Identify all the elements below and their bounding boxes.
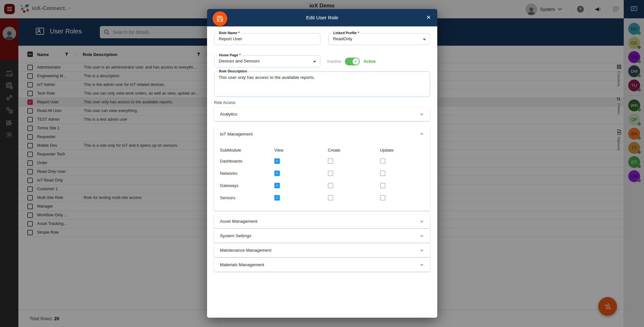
chevron-down-icon <box>419 219 424 224</box>
active-toggle[interactable]: ✓ <box>345 58 360 65</box>
role-access-sections: AnalyticsIoT ManagementSubModuleViewCrea… <box>214 107 430 272</box>
view-checkbox[interactable]: ✓ <box>274 183 280 188</box>
accordion-materials-management[interactable]: Materials Management <box>214 258 430 272</box>
save-icon <box>216 15 224 23</box>
home-page-value: Devices and Sensors <box>219 59 260 63</box>
view-checkbox[interactable]: ✓ <box>274 158 280 164</box>
accordion-system-settings[interactable]: System Settings <box>214 229 430 243</box>
dialog-header: Edit User Role <box>207 9 437 26</box>
dialog-title: Edit User Role <box>207 15 437 21</box>
chevron-down-icon <box>419 262 424 267</box>
chevron-down-icon <box>419 112 424 117</box>
accordion-header[interactable]: Materials Management <box>214 258 430 272</box>
accordion-analytics[interactable]: Analytics <box>214 107 430 121</box>
role-name-value: Report User <box>219 36 242 41</box>
update-checkbox[interactable] <box>380 158 385 164</box>
accordion-label: Analytics <box>220 112 237 117</box>
update-checkbox[interactable] <box>380 195 385 201</box>
submodule-label: Networks <box>220 171 274 176</box>
close-button[interactable]: ✕ <box>426 14 431 21</box>
create-checkbox[interactable] <box>328 171 333 176</box>
active-label: Active <box>364 59 376 64</box>
role-description-value: This user only has access to the availab… <box>219 75 315 80</box>
accordion-header[interactable]: IoT Management <box>214 126 430 141</box>
accordion-header[interactable]: Analytics <box>214 107 430 121</box>
grid-column-header: SubModule <box>220 148 274 153</box>
role-description-label: Role Description <box>217 69 249 73</box>
create-checkbox[interactable] <box>328 195 333 201</box>
toggle-knob: ✓ <box>353 58 359 65</box>
home-page-label: Home Page * <box>217 53 242 57</box>
home-page-select[interactable]: Home Page * Devices and Sensors <box>214 55 320 67</box>
update-checkbox[interactable] <box>380 171 385 176</box>
submodule-label: Sensors <box>220 195 274 200</box>
permissions-row: Gateways✓ <box>214 179 430 192</box>
role-name-label: Role Name * <box>217 31 241 35</box>
permissions-grid: SubModuleViewCreateUpdateDashboards✓Netw… <box>214 141 430 211</box>
update-checkbox[interactable] <box>380 183 385 188</box>
accordion-header[interactable]: Maintenance Management <box>214 243 430 257</box>
permissions-row: Networks✓ <box>214 167 430 179</box>
permissions-grid-header: SubModuleViewCreateUpdate <box>214 145 430 155</box>
grid-column-header: Update <box>380 148 430 153</box>
accordion-label: Asset Management <box>220 219 257 224</box>
view-checkbox[interactable]: ✓ <box>274 195 280 201</box>
linked-profile-value: ReadOnly <box>333 36 352 41</box>
role-name-field[interactable]: Role Name * Report User <box>214 33 320 45</box>
submodule-label: Gateways <box>220 183 274 188</box>
accordion-label: Materials Management <box>220 262 264 267</box>
chevron-down-icon <box>313 61 316 63</box>
accordion-header[interactable]: System Settings <box>214 229 430 243</box>
accordion-iot-management[interactable]: IoT ManagementSubModuleViewCreateUpdateD… <box>214 126 430 211</box>
chevron-down-icon <box>423 39 426 41</box>
accordion-header[interactable]: Asset Management <box>214 214 430 228</box>
inactive-label: Inactive <box>327 59 341 64</box>
chevron-down-icon <box>419 233 424 238</box>
linked-profile-select[interactable]: Linked Profile * ReadOnly <box>328 33 430 45</box>
create-checkbox[interactable] <box>328 183 333 188</box>
save-button[interactable] <box>213 11 227 26</box>
role-access-label: Role Access <box>214 100 235 105</box>
permissions-row: Sensors✓ <box>214 192 430 204</box>
role-description-field[interactable]: Role Description This user only has acce… <box>214 71 430 97</box>
permissions-row: Dashboards✓ <box>214 155 430 167</box>
accordion-label: Maintenance Management <box>220 248 271 253</box>
submodule-label: Dashboards <box>220 159 274 164</box>
grid-column-header: View <box>274 148 328 153</box>
accordion-label: System Settings <box>220 233 251 238</box>
create-checkbox[interactable] <box>328 158 333 164</box>
grid-column-header: Create <box>328 148 380 153</box>
accordion-maintenance-management[interactable]: Maintenance Management <box>214 243 430 257</box>
accordion-label: IoT Management <box>220 132 253 136</box>
edit-user-role-dialog: Edit User Role ✕ Role Name * Report User… <box>207 9 437 318</box>
chevron-up-icon <box>419 131 424 136</box>
linked-profile-label: Linked Profile * <box>332 31 361 35</box>
view-checkbox[interactable]: ✓ <box>274 171 280 176</box>
status-toggle-group: Inactive ✓ Active <box>327 55 376 67</box>
accordion-asset-management[interactable]: Asset Management <box>214 214 430 228</box>
chevron-down-icon <box>419 248 424 253</box>
